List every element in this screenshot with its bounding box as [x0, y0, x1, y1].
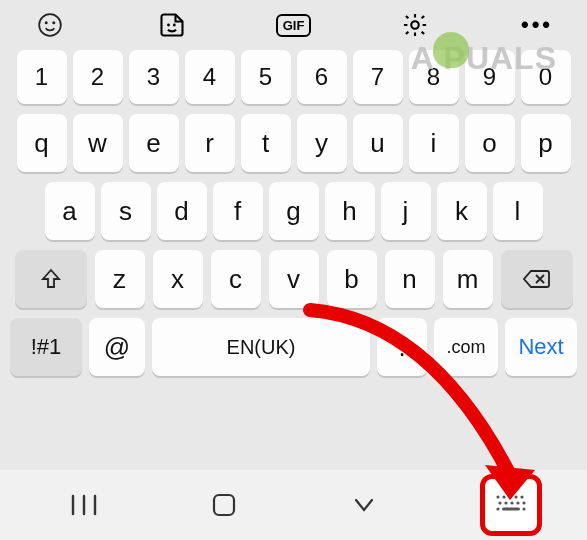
svg-point-4 [173, 24, 176, 27]
key-r[interactable]: r [185, 114, 235, 172]
symbols-key[interactable]: !#1 [10, 318, 82, 376]
svg-point-0 [39, 14, 61, 36]
keyboard-icon [494, 493, 528, 517]
key-w[interactable]: w [73, 114, 123, 172]
settings-icon[interactable] [395, 7, 435, 43]
key-d[interactable]: d [157, 182, 207, 240]
nav-bar [0, 470, 587, 540]
recents-button[interactable] [60, 481, 108, 529]
svg-point-18 [516, 501, 519, 504]
key-4[interactable]: 4 [185, 50, 235, 104]
key-k[interactable]: k [437, 182, 487, 240]
ellipsis-icon: ••• [521, 12, 553, 38]
svg-point-22 [522, 507, 525, 510]
svg-point-16 [504, 501, 507, 504]
shift-key[interactable] [15, 250, 87, 308]
sticker-icon[interactable] [152, 7, 192, 43]
letter-row-2: a s d f g h j k l [10, 182, 577, 240]
period-key[interactable]: . [377, 318, 427, 376]
number-row: 1 2 3 4 5 6 7 8 9 0 [10, 50, 577, 104]
back-button[interactable] [340, 481, 388, 529]
keyboard-switch-button[interactable] [480, 474, 542, 536]
gif-label: GIF [276, 14, 312, 37]
key-1[interactable]: 1 [17, 50, 67, 104]
letter-row-3: z x c v b n m [10, 250, 577, 308]
svg-point-14 [520, 495, 523, 498]
key-x[interactable]: x [153, 250, 203, 308]
key-i[interactable]: i [409, 114, 459, 172]
key-2[interactable]: 2 [73, 50, 123, 104]
svg-point-10 [496, 495, 499, 498]
svg-point-11 [502, 495, 505, 498]
svg-point-19 [522, 501, 525, 504]
svg-point-20 [496, 507, 499, 510]
key-p[interactable]: p [521, 114, 571, 172]
svg-point-12 [508, 495, 511, 498]
emoji-icon[interactable] [30, 7, 70, 43]
key-u[interactable]: u [353, 114, 403, 172]
key-3[interactable]: 3 [129, 50, 179, 104]
key-7[interactable]: 7 [353, 50, 403, 104]
svg-point-3 [167, 24, 170, 27]
key-f[interactable]: f [213, 182, 263, 240]
home-button[interactable] [200, 481, 248, 529]
key-b[interactable]: b [327, 250, 377, 308]
key-n[interactable]: n [385, 250, 435, 308]
key-9[interactable]: 9 [465, 50, 515, 104]
svg-rect-9 [214, 495, 234, 515]
key-g[interactable]: g [269, 182, 319, 240]
key-m[interactable]: m [443, 250, 493, 308]
key-6[interactable]: 6 [297, 50, 347, 104]
keyboard-toolbar: GIF ••• [0, 0, 587, 50]
svg-point-17 [510, 501, 513, 504]
key-v[interactable]: v [269, 250, 319, 308]
key-y[interactable]: y [297, 114, 347, 172]
key-o[interactable]: o [465, 114, 515, 172]
space-key[interactable]: EN(UK) [152, 318, 370, 376]
gif-icon[interactable]: GIF [274, 7, 314, 43]
svg-point-5 [412, 21, 419, 28]
letter-row-1: q w e r t y u i o p [10, 114, 577, 172]
svg-point-2 [52, 21, 55, 24]
key-a[interactable]: a [45, 182, 95, 240]
more-icon[interactable]: ••• [517, 7, 557, 43]
key-l[interactable]: l [493, 182, 543, 240]
key-t[interactable]: t [241, 114, 291, 172]
at-key[interactable]: @ [89, 318, 145, 376]
svg-point-15 [498, 501, 501, 504]
svg-point-13 [514, 495, 517, 498]
backspace-key[interactable] [501, 250, 573, 308]
key-5[interactable]: 5 [241, 50, 291, 104]
dotcom-key[interactable]: .com [434, 318, 498, 376]
svg-rect-21 [502, 508, 520, 511]
key-j[interactable]: j [381, 182, 431, 240]
key-q[interactable]: q [17, 114, 67, 172]
key-c[interactable]: c [211, 250, 261, 308]
key-z[interactable]: z [95, 250, 145, 308]
key-s[interactable]: s [101, 182, 151, 240]
key-0[interactable]: 0 [521, 50, 571, 104]
next-key[interactable]: Next [505, 318, 577, 376]
key-8[interactable]: 8 [409, 50, 459, 104]
key-e[interactable]: e [129, 114, 179, 172]
key-h[interactable]: h [325, 182, 375, 240]
svg-point-1 [45, 21, 48, 24]
bottom-row: !#1 @ EN(UK) . .com Next [0, 318, 587, 376]
